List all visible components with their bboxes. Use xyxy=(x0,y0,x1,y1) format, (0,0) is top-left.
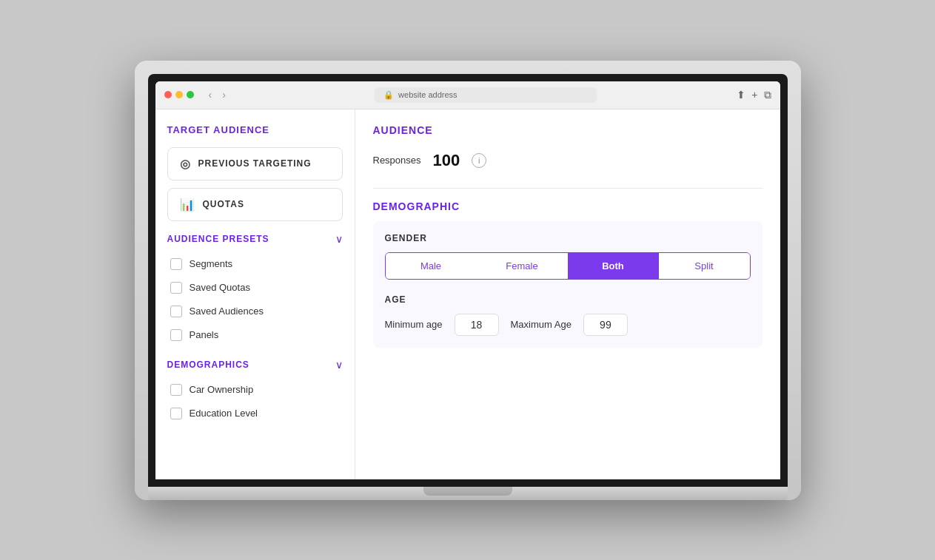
demographics-header[interactable]: DEMOGRAPHICS ∨ xyxy=(167,359,343,371)
toolbar-actions: ⬆ + ⧉ xyxy=(737,89,771,101)
gender-label: GENDER xyxy=(385,233,751,243)
address-bar[interactable]: 🔒 website address xyxy=(375,87,597,103)
panels-item[interactable]: Panels xyxy=(167,323,343,347)
education-level-checkbox[interactable] xyxy=(170,408,182,419)
lock-icon: 🔒 xyxy=(383,90,394,100)
saved-audiences-checkbox[interactable] xyxy=(170,306,182,317)
quotas-icon: 📊 xyxy=(180,198,195,212)
responses-label: Responses xyxy=(373,155,421,166)
demographics-chevron: ∨ xyxy=(335,359,343,371)
browser-nav: ‹ › xyxy=(206,87,229,102)
close-button[interactable] xyxy=(164,91,172,98)
laptop-stand xyxy=(423,487,512,496)
max-age-input[interactable] xyxy=(583,314,628,336)
min-age-label: Minimum age xyxy=(385,319,443,330)
quotas-label: QUOTAS xyxy=(203,199,244,209)
car-ownership-item[interactable]: Car Ownership xyxy=(167,378,343,402)
back-button[interactable]: ‹ xyxy=(206,87,215,102)
share-icon[interactable]: ⬆ xyxy=(737,89,745,101)
screen-bezel: ‹ › 🔒 website address ⬆ + ⧉ xyxy=(148,74,788,487)
responses-row: Responses 100 i xyxy=(373,145,763,176)
car-ownership-checkbox[interactable] xyxy=(170,384,182,396)
education-level-label: Education Level xyxy=(190,408,258,419)
browser-toolbar: ‹ › 🔒 website address ⬆ + ⧉ xyxy=(155,81,780,109)
age-label: AGE xyxy=(385,294,751,305)
age-row: Minimum age Maximum Age xyxy=(385,314,751,336)
panels-label: Panels xyxy=(190,329,219,340)
laptop-base xyxy=(148,487,788,500)
gender-male[interactable]: Male xyxy=(386,253,477,279)
demographic-section: GENDER Male Female Both Split AGE Minimu… xyxy=(373,221,763,348)
previous-targeting-button[interactable]: ◎ PREVIOUS TARGETING xyxy=(167,147,343,181)
saved-audiences-label: Saved Audiences xyxy=(190,306,264,317)
saved-audiences-item[interactable]: Saved Audiences xyxy=(167,300,343,323)
divider-1 xyxy=(373,188,763,189)
max-age-label: Maximum Age xyxy=(511,319,572,330)
demographic-title: DEMOGRAPHIC xyxy=(373,200,763,212)
segments-checkbox[interactable] xyxy=(170,258,182,270)
sidebar-title: TARGET AUDIENCE xyxy=(167,124,343,135)
audience-presets-label: AUDIENCE PRESETS xyxy=(167,234,269,244)
segments-label: Segments xyxy=(190,258,233,269)
browser-chrome: ‹ › 🔒 website address ⬆ + ⧉ xyxy=(155,81,780,479)
education-level-item[interactable]: Education Level xyxy=(167,402,343,425)
maximize-button[interactable] xyxy=(187,91,194,98)
gender-split[interactable]: Split xyxy=(659,253,750,279)
responses-value: 100 xyxy=(433,151,460,170)
saved-quotas-checkbox[interactable] xyxy=(170,282,182,294)
car-ownership-label: Car Ownership xyxy=(190,384,254,395)
new-tab-icon[interactable]: + xyxy=(751,89,757,101)
targeting-icon: ◎ xyxy=(180,157,191,171)
info-icon[interactable]: i xyxy=(472,153,486,168)
main-content: AUDIENCE Responses 100 i DEMOGRAPHIC GEN… xyxy=(355,109,780,479)
laptop-frame: ‹ › 🔒 website address ⬆ + ⧉ xyxy=(135,61,801,500)
traffic-lights xyxy=(164,91,194,98)
address-bar-container: 🔒 website address xyxy=(241,87,731,103)
segments-item[interactable]: Segments xyxy=(167,252,343,276)
minimize-button[interactable] xyxy=(175,91,183,98)
browser-content: TARGET AUDIENCE ◎ PREVIOUS TARGETING 📊 Q… xyxy=(155,109,780,479)
url-text: website address xyxy=(398,90,458,99)
forward-button[interactable]: › xyxy=(219,87,229,102)
audience-presets-header[interactable]: AUDIENCE PRESETS ∨ xyxy=(167,233,343,245)
demographics-label: DEMOGRAPHICS xyxy=(167,360,249,370)
panels-checkbox[interactable] xyxy=(170,329,182,341)
windows-icon[interactable]: ⧉ xyxy=(764,89,771,101)
sidebar: TARGET AUDIENCE ◎ PREVIOUS TARGETING 📊 Q… xyxy=(155,109,355,479)
min-age-input[interactable] xyxy=(455,314,499,336)
saved-quotas-item[interactable]: Saved Quotas xyxy=(167,276,343,300)
saved-quotas-label: Saved Quotas xyxy=(190,282,250,293)
gender-female[interactable]: Female xyxy=(477,253,568,279)
previous-targeting-label: PREVIOUS TARGETING xyxy=(198,158,312,169)
audience-title: AUDIENCE xyxy=(373,124,763,136)
audience-presets-chevron: ∨ xyxy=(335,233,343,245)
quotas-button[interactable]: 📊 QUOTAS xyxy=(167,188,343,221)
gender-toggle: Male Female Both Split xyxy=(385,252,751,280)
gender-both[interactable]: Both xyxy=(568,253,659,279)
